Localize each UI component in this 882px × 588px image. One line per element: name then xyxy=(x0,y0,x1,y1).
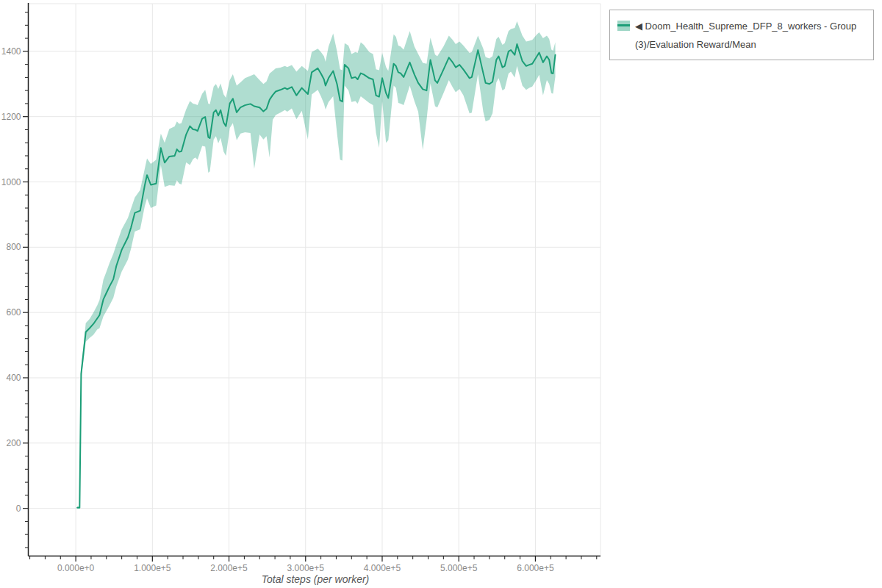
reward-line-chart: 0.000e+01.000e+52.000e+53.000e+54.000e+5… xyxy=(0,0,882,588)
y-tick-label: 1400 xyxy=(1,46,21,57)
x-tick-label: 4.000e+5 xyxy=(364,563,401,573)
y-tick-label: 600 xyxy=(6,307,21,318)
x-tick-label: 2.000e+5 xyxy=(210,563,248,573)
legend-series-label: ◀ Doom_Health_Supreme_DFP_8_workers - Gr… xyxy=(635,17,865,54)
plot-area[interactable] xyxy=(28,4,600,556)
legend-series-swatch xyxy=(617,21,630,31)
chart-page: { "legend": { "label": "◀ Doom_Health_Su… xyxy=(0,0,882,588)
x-axis-title: Total steps (per worker) xyxy=(262,573,370,585)
y-tick-label: 400 xyxy=(6,373,21,383)
x-tick-label: 0.000e+0 xyxy=(57,563,95,573)
x-tick-label: 3.000e+5 xyxy=(287,563,325,573)
y-tick-label: 200 xyxy=(6,438,21,448)
y-tick-label: 1200 xyxy=(1,112,21,122)
y-tick-labels: 0200400600800100012001400 xyxy=(1,46,21,514)
x-tick-label: 1.000e+5 xyxy=(134,563,171,573)
legend: ◀ Doom_Health_Supreme_DFP_8_workers - Gr… xyxy=(609,10,874,60)
legend-series-line-icon xyxy=(617,24,630,26)
y-tick-label: 0 xyxy=(16,503,21,514)
x-tick-label: 5.000e+5 xyxy=(440,563,478,573)
y-tick-label: 1000 xyxy=(1,177,21,187)
y-tick-label: 800 xyxy=(6,242,21,252)
legend-entry[interactable]: ◀ Doom_Health_Supreme_DFP_8_workers - Gr… xyxy=(617,17,865,54)
x-tick-label: 6.000e+5 xyxy=(517,563,554,573)
x-tick-labels: 0.000e+01.000e+52.000e+53.000e+54.000e+5… xyxy=(57,563,554,573)
